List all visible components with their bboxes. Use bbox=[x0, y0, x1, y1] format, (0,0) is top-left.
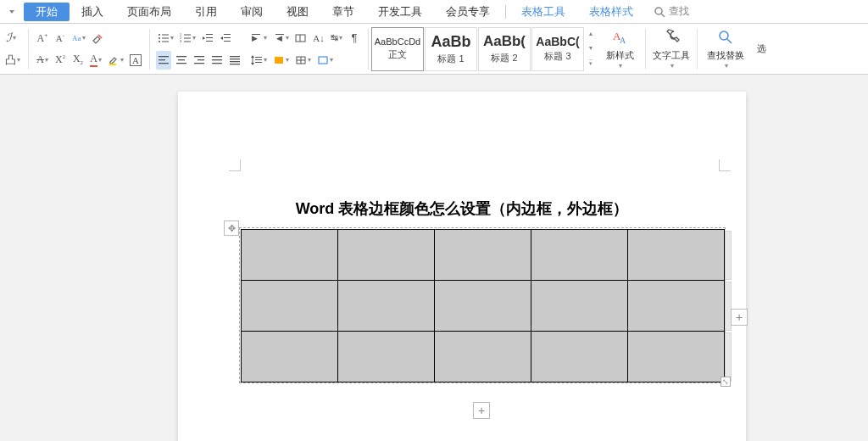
svg-marker-47 bbox=[251, 55, 254, 58]
tab-devtools[interactable]: 开发工具 bbox=[366, 0, 434, 24]
svg-rect-56 bbox=[319, 57, 327, 64]
borders-btn[interactable]: ▾ bbox=[293, 51, 313, 70]
search-placeholder: 查找 bbox=[669, 4, 689, 19]
svg-text:◀: ◀ bbox=[276, 34, 282, 42]
search-icon bbox=[654, 6, 665, 18]
svg-rect-26 bbox=[159, 63, 169, 64]
tab-separator bbox=[505, 5, 506, 19]
svg-rect-41 bbox=[252, 34, 260, 35]
align-center-btn[interactable] bbox=[174, 51, 189, 70]
svg-rect-30 bbox=[194, 56, 204, 57]
paste-btn[interactable]: 凸▾ bbox=[3, 51, 22, 70]
strike-btn[interactable]: A▾ bbox=[35, 51, 50, 70]
align-justify-btn[interactable] bbox=[209, 51, 225, 70]
tab-member[interactable]: 会员专享 bbox=[434, 0, 502, 24]
tab-btn[interactable]: ↹▾ bbox=[329, 29, 344, 47]
tabstops-btn[interactable] bbox=[293, 29, 309, 47]
select-btn[interactable]: 选 bbox=[751, 27, 771, 71]
canvas-area[interactable]: Word 表格边框颜色怎么设置（内边框，外边框） ✥ ⤡ + + bbox=[0, 75, 868, 441]
tab-table-tools[interactable]: 表格工具 bbox=[509, 0, 577, 24]
style-label: 标题 2 bbox=[491, 52, 517, 64]
svg-point-1 bbox=[655, 8, 662, 14]
clear-format-btn[interactable] bbox=[90, 29, 105, 47]
svg-rect-52 bbox=[275, 57, 283, 64]
svg-marker-48 bbox=[251, 63, 254, 65]
subscript-btn[interactable]: X2 bbox=[70, 51, 86, 70]
page[interactable]: Word 表格边框颜色怎么设置（内边框，外边框） ✥ ⤡ + + bbox=[178, 92, 746, 441]
svg-line-2 bbox=[661, 14, 665, 17]
tab-table-styles[interactable]: 表格样式 bbox=[577, 0, 645, 24]
bullets-btn[interactable]: ▾ bbox=[156, 29, 175, 47]
tab-view[interactable]: 视图 bbox=[275, 0, 320, 24]
style-body[interactable]: AaBbCcDd 正文 bbox=[371, 27, 424, 71]
indent-dec-btn[interactable] bbox=[200, 29, 215, 47]
svg-rect-50 bbox=[255, 59, 262, 60]
clipboard-group: ℐ▾ 凸▾ bbox=[0, 27, 25, 71]
svg-rect-37 bbox=[230, 59, 240, 59]
ribbon-sep bbox=[697, 29, 698, 70]
font-color-btn[interactable]: A▾ bbox=[88, 51, 103, 70]
shading-btn[interactable]: ▾ bbox=[271, 51, 291, 70]
text-tools-label: 文字工具 bbox=[653, 49, 690, 62]
ltr-btn[interactable]: ▶▾ bbox=[249, 29, 269, 47]
tab-reference[interactable]: 引用 bbox=[183, 0, 229, 24]
tab-chapter[interactable]: 章节 bbox=[320, 0, 366, 24]
change-case-btn[interactable]: Aa▾ bbox=[70, 29, 87, 47]
add-row-btn[interactable]: + bbox=[473, 402, 490, 419]
grow-font-btn[interactable]: A+ bbox=[35, 29, 50, 47]
find-replace-btn[interactable]: 查找替换▾ bbox=[700, 27, 751, 71]
svg-rect-22 bbox=[224, 37, 231, 38]
styles-gallery: AaBbCcDd 正文 AaBb 标题 1 AaBb( 标题 2 AaBbC( … bbox=[371, 27, 597, 71]
word-table[interactable] bbox=[241, 229, 725, 382]
svg-text:A: A bbox=[620, 36, 626, 45]
tab-start[interactable]: 开始 bbox=[24, 3, 70, 21]
styles-more[interactable]: ▲▼▾ bbox=[585, 27, 597, 71]
text-tools-btn[interactable]: 文字工具▾ bbox=[648, 27, 694, 71]
text-effects-btn[interactable]: A bbox=[128, 51, 143, 70]
align-left-btn[interactable] bbox=[156, 51, 171, 70]
highlight-btn[interactable]: ▾ bbox=[106, 51, 125, 70]
format-painter-btn[interactable]: ℐ▾ bbox=[3, 29, 19, 47]
indent-inc-btn[interactable] bbox=[218, 29, 233, 47]
numbering-btn[interactable]: 123▾ bbox=[178, 29, 198, 47]
tab-insert[interactable]: 插入 bbox=[70, 0, 115, 24]
font-group: A+ A- Aa▾ A▾ X2 X2 A▾ ▾ A bbox=[31, 27, 147, 71]
ribbon-sep bbox=[149, 29, 150, 70]
table-move-handle[interactable]: ✥ bbox=[224, 220, 239, 236]
tab-review[interactable]: 审阅 bbox=[229, 0, 275, 24]
format-cell-btn[interactable]: ▾ bbox=[315, 51, 335, 70]
svg-marker-20 bbox=[220, 36, 223, 40]
document-title[interactable]: Word 表格边框颜色怎么设置（内边框，外边框） bbox=[178, 198, 746, 219]
new-style-btn[interactable]: AA 新样式▾ bbox=[597, 27, 643, 71]
table-resize-handle[interactable]: ⤡ bbox=[721, 377, 731, 387]
select-label: 选 bbox=[757, 42, 766, 55]
shrink-font-btn[interactable]: A- bbox=[53, 29, 68, 47]
superscript-btn[interactable]: X2 bbox=[53, 51, 68, 70]
search-box[interactable]: 查找 bbox=[654, 4, 689, 19]
sort-btn[interactable]: A↓ bbox=[311, 29, 326, 47]
tab-layout[interactable]: 页面布局 bbox=[115, 0, 183, 24]
svg-rect-43 bbox=[275, 34, 284, 35]
rtl-btn[interactable]: ◀▾ bbox=[271, 29, 291, 47]
style-label: 正文 bbox=[388, 48, 407, 61]
svg-rect-25 bbox=[159, 59, 165, 60]
style-h2[interactable]: AaBb( 标题 2 bbox=[478, 27, 531, 71]
svg-rect-39 bbox=[230, 64, 240, 64]
row-handle[interactable] bbox=[725, 332, 732, 382]
svg-point-59 bbox=[720, 31, 728, 40]
line-spacing-btn[interactable]: ▾ bbox=[249, 51, 269, 70]
svg-rect-34 bbox=[212, 59, 222, 60]
svg-text:▶: ▶ bbox=[252, 34, 258, 42]
row-handle[interactable] bbox=[725, 231, 732, 280]
align-right-btn[interactable] bbox=[192, 51, 207, 70]
style-preview: AaBb( bbox=[483, 33, 526, 50]
distribute-btn[interactable] bbox=[227, 51, 242, 70]
svg-rect-24 bbox=[159, 56, 169, 57]
svg-rect-38 bbox=[230, 61, 240, 62]
ribbon-sep bbox=[368, 29, 369, 70]
add-column-btn[interactable]: + bbox=[731, 309, 748, 326]
show-marks-btn[interactable]: ¶ bbox=[347, 29, 362, 47]
style-h3[interactable]: AaBbC( 标题 3 bbox=[531, 27, 584, 71]
style-h1[interactable]: AaBb 标题 1 bbox=[425, 27, 477, 71]
dropdown-leading[interactable] bbox=[0, 2, 24, 22]
